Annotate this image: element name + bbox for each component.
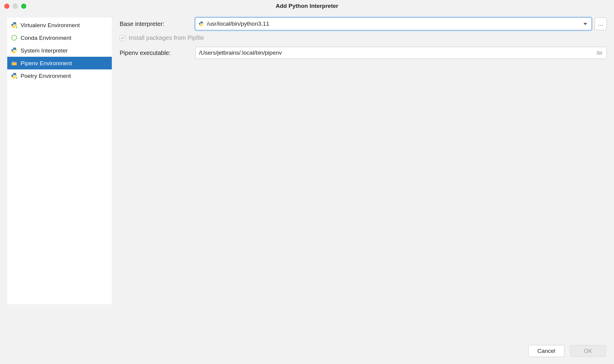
folder-icon[interactable]	[596, 50, 603, 56]
svg-point-1	[12, 35, 17, 40]
pipenv-executable-input[interactable]: /Users/jetbrains/.local/bin/pipenv	[195, 47, 607, 59]
base-interpreter-label: Base interpreter:	[120, 21, 195, 27]
window-title: Add Python Interpreter	[0, 3, 614, 9]
window-controls	[4, 4, 26, 9]
python-v-icon: v	[11, 22, 18, 28]
conda-icon	[11, 34, 18, 41]
python-v-icon: v	[11, 72, 18, 79]
cancel-button[interactable]: Cancel	[528, 345, 564, 357]
titlebar: Add Python Interpreter	[0, 0, 614, 12]
pipenv-icon	[11, 60, 18, 66]
sidebar-item-poetry[interactable]: v Poetry Environment	[7, 69, 112, 82]
python-icon	[199, 21, 204, 27]
sidebar-item-label: Poetry Environment	[21, 73, 71, 79]
main-panel: Base interpreter: /usr/local/bin/python3…	[120, 18, 607, 343]
python-icon	[11, 47, 18, 54]
sidebar-item-virtualenv[interactable]: v Virtualenv Environment	[7, 19, 112, 31]
chevron-down-icon	[583, 23, 587, 25]
sidebar-item-conda[interactable]: Conda Environment	[7, 31, 112, 44]
pipenv-executable-row: Pipenv executable: /Users/jetbrains/.loc…	[120, 47, 607, 59]
svg-text:v: v	[16, 26, 18, 28]
add-python-interpreter-window: Add Python Interpreter v Virtualenv Envi…	[0, 0, 614, 364]
base-interpreter-combo[interactable]: /usr/local/bin/python3.11	[195, 18, 592, 30]
sidebar-item-label: Virtualenv Environment	[21, 22, 80, 28]
pipenv-executable-label: Pipenv executable:	[120, 49, 195, 56]
sidebar-item-label: Conda Environment	[21, 35, 71, 41]
sidebar-item-label: Pipenv Environment	[21, 60, 72, 66]
svg-text:v: v	[16, 76, 18, 79]
install-packages-row: Install packages from Pipfile	[120, 34, 607, 41]
base-interpreter-value: /usr/local/bin/python3.11	[207, 21, 580, 27]
content-area: v Virtualenv Environment Conda Environme…	[0, 12, 614, 343]
install-packages-label: Install packages from Pipfile	[129, 34, 204, 41]
minimize-icon	[13, 4, 18, 9]
install-packages-checkbox	[120, 35, 126, 41]
sidebar-item-pipenv[interactable]: Pipenv Environment	[7, 57, 112, 69]
close-icon[interactable]	[4, 4, 9, 9]
pipenv-executable-value: /Users/jetbrains/.local/bin/pipenv	[199, 49, 593, 56]
interpreter-type-sidebar: v Virtualenv Environment Conda Environme…	[7, 18, 112, 304]
sidebar-item-system[interactable]: System Interpreter	[7, 44, 112, 57]
dialog-footer: Cancel OK	[0, 343, 614, 364]
browse-interpreter-button[interactable]: ...	[595, 18, 607, 30]
sidebar-item-label: System Interpreter	[21, 48, 68, 53]
base-interpreter-row: Base interpreter: /usr/local/bin/python3…	[120, 18, 607, 30]
maximize-icon[interactable]	[21, 4, 26, 9]
ok-button: OK	[570, 345, 606, 357]
